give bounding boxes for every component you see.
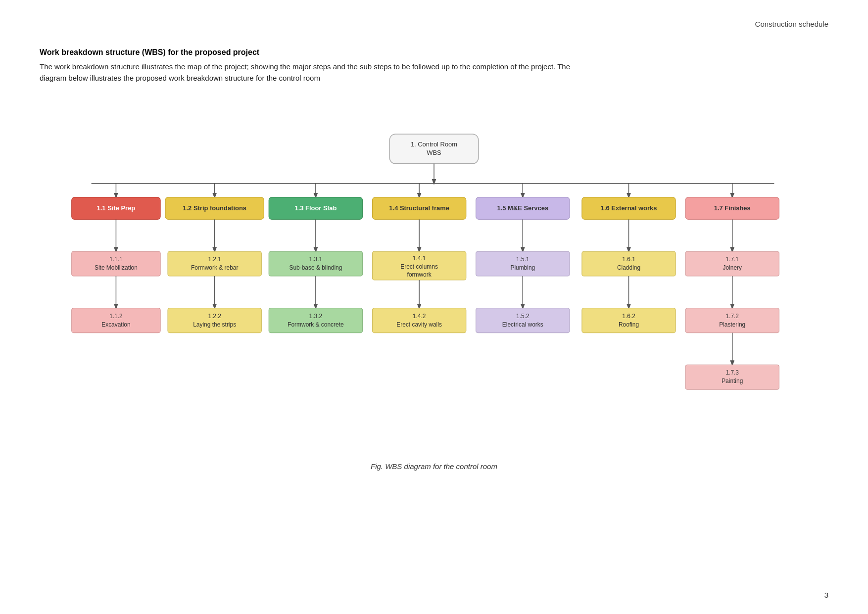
svg-text:1.1.2: 1.1.2 [109, 312, 123, 319]
svg-text:Laying the strips: Laying the strips [193, 321, 236, 328]
svg-text:Cladding: Cladding [617, 264, 640, 271]
page-number: 3 [824, 591, 828, 599]
svg-text:1.3.2: 1.3.2 [309, 312, 323, 319]
svg-text:1.5 M&E Servces: 1.5 M&E Servces [497, 204, 549, 212]
svg-text:Erect columns: Erect columns [400, 263, 438, 270]
svg-text:1.7 Finishes: 1.7 Finishes [714, 204, 751, 212]
svg-text:formwork: formwork [407, 271, 432, 278]
svg-text:Formwork & concrete: Formwork & concrete [288, 321, 344, 328]
svg-text:1.4 Structural frame: 1.4 Structural frame [389, 204, 449, 212]
svg-text:1.4.1: 1.4.1 [413, 255, 426, 262]
wbs-svg: 1. Control Room WBS 1.1 Site Prep 1.2 St… [40, 104, 828, 450]
svg-text:1.7.2: 1.7.2 [725, 312, 739, 319]
page-header: Construction schedule [40, 20, 828, 28]
svg-text:1.2 Strip foundations: 1.2 Strip foundations [183, 204, 246, 212]
svg-text:Excavation: Excavation [101, 321, 130, 328]
svg-text:Roofing: Roofing [619, 321, 639, 328]
fig-caption: Fig. WBS diagram for the control room [40, 462, 828, 471]
svg-text:1.1 Site Prep: 1.1 Site Prep [97, 204, 136, 212]
section-description: The work breakdown structure illustrates… [40, 61, 584, 84]
svg-text:Plastering: Plastering [719, 321, 745, 328]
svg-text:1.2.2: 1.2.2 [208, 312, 221, 319]
svg-text:1.2.1: 1.2.1 [208, 256, 221, 263]
svg-text:Electrical works: Electrical works [502, 321, 543, 328]
svg-text:1.6.2: 1.6.2 [622, 312, 635, 319]
svg-text:Site Mobilization: Site Mobilization [95, 264, 138, 271]
svg-text:1.1.1: 1.1.1 [109, 256, 123, 263]
svg-text:1.3 Floor Slab: 1.3 Floor Slab [294, 204, 337, 212]
svg-text:1.7.1: 1.7.1 [725, 256, 739, 263]
svg-text:1. Control Room: 1. Control Room [411, 140, 457, 147]
svg-text:1.5.2: 1.5.2 [516, 312, 530, 319]
svg-text:1.5.1: 1.5.1 [516, 256, 530, 263]
svg-text:Joinery: Joinery [723, 264, 742, 271]
svg-text:1.3.1: 1.3.1 [309, 256, 323, 263]
svg-text:Painting: Painting [722, 378, 743, 384]
svg-text:WBS: WBS [427, 148, 441, 156]
svg-text:Formwork & rebar: Formwork & rebar [191, 264, 239, 271]
svg-text:1.7.3: 1.7.3 [725, 369, 739, 376]
svg-text:1.4.2: 1.4.2 [413, 312, 426, 319]
svg-text:Erect cavity walls: Erect cavity walls [396, 321, 442, 328]
svg-text:1.6 External works: 1.6 External works [601, 204, 657, 212]
wbs-diagram: 1. Control Room WBS 1.1 Site Prep 1.2 St… [40, 104, 828, 452]
svg-text:1.6.1: 1.6.1 [622, 256, 635, 263]
svg-text:Sub-base & blinding: Sub-base & blinding [289, 264, 342, 271]
svg-text:Plumbing: Plumbing [510, 264, 535, 271]
section-heading: Work breakdown structure (WBS) for the p… [40, 48, 828, 57]
